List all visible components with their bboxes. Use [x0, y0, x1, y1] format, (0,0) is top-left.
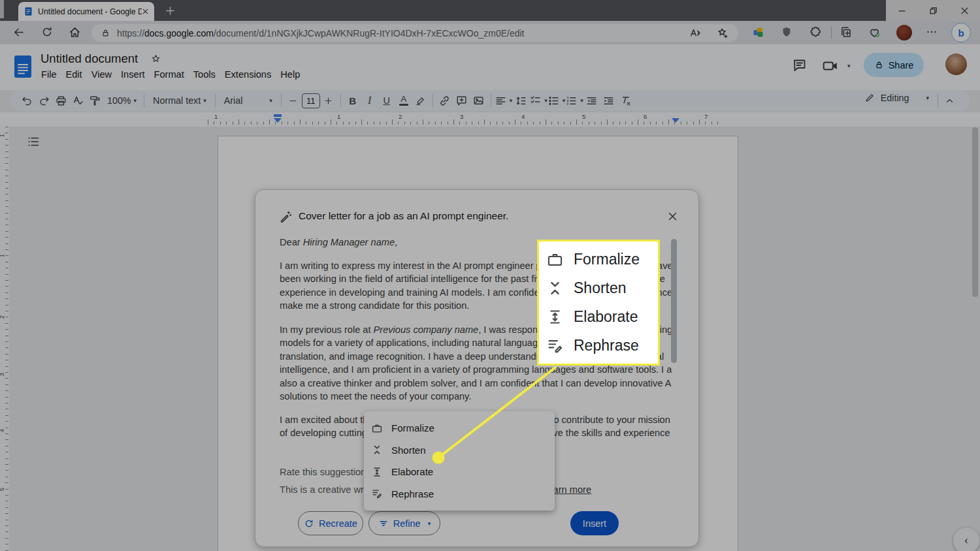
font-caret-icon: ▾	[269, 97, 272, 104]
numbered-list-button[interactable]: ▾	[565, 92, 583, 109]
editing-mode-select[interactable]: Editing ▾	[864, 92, 929, 103]
paragraph-style-select[interactable]: Normal text▾	[148, 92, 212, 109]
read-aloud-icon[interactable]	[689, 27, 702, 40]
browser-essentials-icon[interactable]	[868, 25, 881, 39]
close-window-icon[interactable]	[960, 6, 970, 16]
insert-button[interactable]: Insert	[570, 511, 619, 535]
bold-button[interactable]: B	[344, 92, 361, 109]
video-call-caret-icon[interactable]: ▾	[847, 63, 851, 69]
redo-button[interactable]	[35, 92, 52, 109]
url-text[interactable]: https://docs.google.com/document/d/1nNGX…	[117, 28, 525, 39]
url-bar[interactable]: https://docs.google.com/document/d/1nNGX…	[91, 24, 738, 42]
menu-edit[interactable]: Edit	[61, 68, 87, 81]
bulleted-list-button[interactable]: ▾	[547, 92, 566, 109]
addressbar-divider	[831, 27, 832, 39]
browser-profile-avatar[interactable]	[896, 25, 912, 40]
menu-item-elaborate[interactable]: Elaborate	[364, 462, 555, 482]
callout-item-formalize[interactable]: Formalize	[539, 251, 658, 268]
bing-chat-icon[interactable]: b	[951, 23, 971, 42]
menu-format[interactable]: Format	[150, 68, 189, 81]
font-family-select[interactable]: Arial▾	[219, 92, 278, 109]
close-dialog-icon[interactable]	[667, 211, 678, 222]
align-button[interactable]: ▾	[495, 92, 513, 109]
star-document-icon[interactable]	[150, 54, 161, 65]
font-size-decrease-button[interactable]	[285, 92, 302, 109]
text-color-button[interactable]: A	[395, 92, 412, 109]
comment-history-icon[interactable]	[792, 57, 808, 73]
undo-button[interactable]	[18, 92, 35, 109]
add-comment-button[interactable]	[453, 92, 470, 109]
vertical-ruler[interactable]: 1 1 2 3 4 5	[0, 127, 9, 551]
show-side-panel-button[interactable]: ‹	[953, 527, 979, 551]
increase-indent-button[interactable]	[600, 92, 617, 109]
menu-tools[interactable]: Tools	[189, 68, 220, 81]
page-scrollbar-thumb[interactable]	[972, 127, 978, 297]
refine-filter-icon	[378, 518, 389, 529]
ruler-number: 5	[582, 113, 585, 120]
spellcheck-button[interactable]	[69, 92, 86, 109]
shorten-collapse-icon	[371, 444, 383, 456]
right-indent-marker[interactable]	[672, 118, 679, 123]
insert-image-button[interactable]	[470, 92, 487, 109]
tab-close-icon[interactable]	[142, 8, 149, 15]
menu-item-shorten[interactable]: Shorten	[364, 440, 555, 460]
browser-tab[interactable]: Untitled document - Google Doc	[18, 2, 154, 21]
home-icon[interactable]	[68, 25, 82, 39]
new-tab-button[interactable]	[165, 5, 176, 16]
ruler-number: 3	[460, 113, 463, 120]
adblock-shield-icon[interactable]	[780, 25, 793, 39]
restore-icon[interactable]	[928, 6, 938, 16]
callout-item-rephrase[interactable]: Rephrase	[539, 337, 658, 354]
menu-insert[interactable]: Insert	[116, 68, 150, 81]
back-icon[interactable]	[12, 25, 25, 39]
first-line-indent-marker[interactable]	[274, 114, 282, 117]
browser-menu-dots-icon[interactable]	[925, 25, 938, 39]
menu-extensions[interactable]: Extensions	[220, 68, 276, 81]
menu-view[interactable]: View	[87, 68, 116, 81]
favorite-star-add-icon[interactable]	[716, 27, 729, 40]
menu-item-rephrase[interactable]: Rephrase	[364, 484, 555, 503]
pencil-icon	[864, 92, 875, 103]
decrease-indent-button[interactable]	[583, 92, 600, 109]
checklist-button[interactable]: ▾	[529, 92, 547, 109]
menu-item-formalize[interactable]: Formalize	[364, 418, 555, 438]
extension-docs-icon[interactable]	[751, 25, 765, 39]
toolbar-separator	[938, 94, 938, 107]
dialog-scrollbar-thumb[interactable]	[671, 239, 677, 363]
menu-file[interactable]: File	[37, 68, 61, 81]
refine-button[interactable]: Refine ▾	[368, 511, 440, 535]
line-spacing-button[interactable]	[512, 92, 529, 109]
left-indent-marker[interactable]	[274, 118, 282, 123]
menu-help[interactable]: Help	[276, 68, 304, 81]
italic-button[interactable]: I	[361, 92, 378, 109]
elaborate-expand-icon	[546, 308, 564, 326]
font-size-increase-button[interactable]	[320, 92, 337, 109]
document-outline-icon[interactable]	[26, 134, 41, 149]
extensions-puzzle-icon[interactable]	[809, 25, 823, 39]
docs-profile-avatar[interactable]	[945, 54, 967, 75]
callout-item-elaborate[interactable]: Elaborate	[539, 308, 658, 326]
editing-caret-icon: ▾	[926, 95, 929, 101]
print-button[interactable]	[52, 92, 69, 109]
highlight-color-button[interactable]	[412, 92, 429, 109]
zoom-select[interactable]: 100%▾	[103, 92, 140, 109]
clear-formatting-button[interactable]	[617, 92, 634, 109]
docs-logo[interactable]	[14, 55, 32, 80]
collapse-toolbar-icon[interactable]	[944, 95, 955, 106]
reload-icon[interactable]	[41, 25, 54, 39]
recreate-button[interactable]: Recreate	[298, 511, 363, 535]
document-title[interactable]: Untitled document	[41, 52, 138, 66]
ruler-number: 1	[0, 254, 5, 257]
callout-item-shorten[interactable]: Shorten	[539, 279, 658, 297]
horizontal-ruler[interactable]: 1 1 2 3 4 5 6 7	[0, 112, 980, 127]
paint-format-button[interactable]	[86, 92, 103, 109]
font-size-field[interactable]: 11	[302, 93, 320, 108]
video-call-icon[interactable]	[822, 57, 839, 74]
share-button[interactable]: Share	[864, 53, 924, 77]
insert-link-button[interactable]	[436, 92, 453, 109]
underline-button[interactable]: U	[378, 92, 395, 109]
minimize-icon[interactable]	[897, 6, 907, 16]
tab-title: Untitled document - Google Doc	[38, 7, 142, 16]
collections-icon[interactable]	[839, 25, 853, 39]
site-lock-icon[interactable]	[101, 28, 110, 38]
